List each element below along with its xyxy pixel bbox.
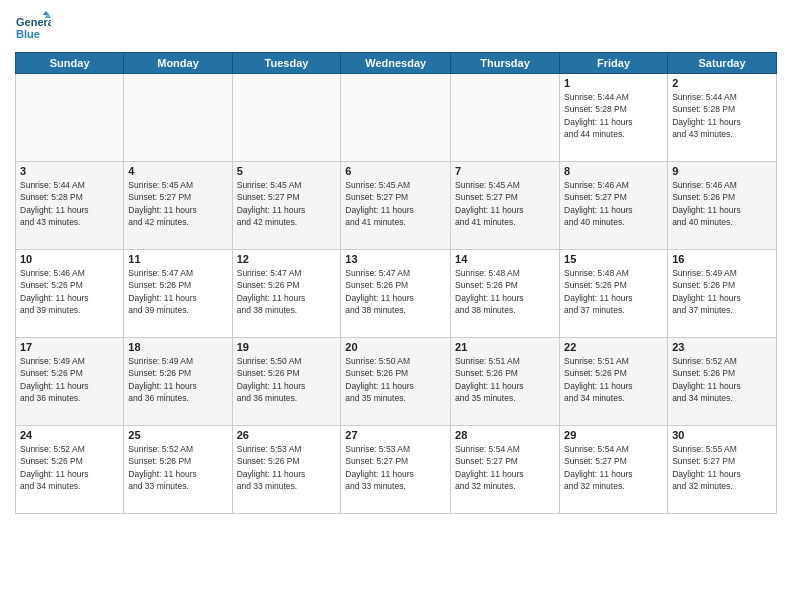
day-number-27: 27: [345, 429, 446, 441]
weekday-header-tuesday: Tuesday: [232, 53, 341, 74]
day-info-2: Sunrise: 5:44 AMSunset: 5:28 PMDaylight:…: [672, 91, 772, 140]
day-number-1: 1: [564, 77, 663, 89]
day-cell-17: 17Sunrise: 5:49 AMSunset: 5:26 PMDayligh…: [16, 338, 124, 426]
day-cell-empty: [341, 74, 451, 162]
day-cell-12: 12Sunrise: 5:47 AMSunset: 5:26 PMDayligh…: [232, 250, 341, 338]
day-number-6: 6: [345, 165, 446, 177]
day-number-10: 10: [20, 253, 119, 265]
weekday-header-friday: Friday: [560, 53, 668, 74]
logo-icon: General Blue: [15, 10, 51, 46]
day-info-6: Sunrise: 5:45 AMSunset: 5:27 PMDaylight:…: [345, 179, 446, 228]
day-info-29: Sunrise: 5:54 AMSunset: 5:27 PMDaylight:…: [564, 443, 663, 492]
day-number-18: 18: [128, 341, 227, 353]
day-cell-26: 26Sunrise: 5:53 AMSunset: 5:26 PMDayligh…: [232, 426, 341, 514]
day-cell-10: 10Sunrise: 5:46 AMSunset: 5:26 PMDayligh…: [16, 250, 124, 338]
day-number-7: 7: [455, 165, 555, 177]
day-number-17: 17: [20, 341, 119, 353]
day-number-4: 4: [128, 165, 227, 177]
weekday-header-wednesday: Wednesday: [341, 53, 451, 74]
day-info-3: Sunrise: 5:44 AMSunset: 5:28 PMDaylight:…: [20, 179, 119, 228]
day-cell-22: 22Sunrise: 5:51 AMSunset: 5:26 PMDayligh…: [560, 338, 668, 426]
week-row-3: 10Sunrise: 5:46 AMSunset: 5:26 PMDayligh…: [16, 250, 777, 338]
day-info-21: Sunrise: 5:51 AMSunset: 5:26 PMDaylight:…: [455, 355, 555, 404]
day-cell-3: 3Sunrise: 5:44 AMSunset: 5:28 PMDaylight…: [16, 162, 124, 250]
day-number-26: 26: [237, 429, 337, 441]
weekday-header-row: SundayMondayTuesdayWednesdayThursdayFrid…: [16, 53, 777, 74]
day-info-17: Sunrise: 5:49 AMSunset: 5:26 PMDaylight:…: [20, 355, 119, 404]
day-cell-23: 23Sunrise: 5:52 AMSunset: 5:26 PMDayligh…: [668, 338, 777, 426]
header: General Blue: [15, 10, 777, 46]
day-number-9: 9: [672, 165, 772, 177]
day-number-28: 28: [455, 429, 555, 441]
day-number-15: 15: [564, 253, 663, 265]
day-info-11: Sunrise: 5:47 AMSunset: 5:26 PMDaylight:…: [128, 267, 227, 316]
day-info-25: Sunrise: 5:52 AMSunset: 5:26 PMDaylight:…: [128, 443, 227, 492]
day-number-2: 2: [672, 77, 772, 89]
day-cell-8: 8Sunrise: 5:46 AMSunset: 5:27 PMDaylight…: [560, 162, 668, 250]
day-info-27: Sunrise: 5:53 AMSunset: 5:27 PMDaylight:…: [345, 443, 446, 492]
week-row-4: 17Sunrise: 5:49 AMSunset: 5:26 PMDayligh…: [16, 338, 777, 426]
day-cell-24: 24Sunrise: 5:52 AMSunset: 5:26 PMDayligh…: [16, 426, 124, 514]
day-cell-29: 29Sunrise: 5:54 AMSunset: 5:27 PMDayligh…: [560, 426, 668, 514]
day-number-5: 5: [237, 165, 337, 177]
day-cell-28: 28Sunrise: 5:54 AMSunset: 5:27 PMDayligh…: [451, 426, 560, 514]
day-number-12: 12: [237, 253, 337, 265]
day-number-29: 29: [564, 429, 663, 441]
day-number-11: 11: [128, 253, 227, 265]
day-info-26: Sunrise: 5:53 AMSunset: 5:26 PMDaylight:…: [237, 443, 337, 492]
day-cell-empty: [16, 74, 124, 162]
day-info-4: Sunrise: 5:45 AMSunset: 5:27 PMDaylight:…: [128, 179, 227, 228]
day-number-30: 30: [672, 429, 772, 441]
day-number-22: 22: [564, 341, 663, 353]
day-cell-empty: [124, 74, 232, 162]
logo: General Blue: [15, 10, 51, 46]
day-number-23: 23: [672, 341, 772, 353]
day-number-19: 19: [237, 341, 337, 353]
day-cell-20: 20Sunrise: 5:50 AMSunset: 5:26 PMDayligh…: [341, 338, 451, 426]
day-info-9: Sunrise: 5:46 AMSunset: 5:26 PMDaylight:…: [672, 179, 772, 228]
day-info-14: Sunrise: 5:48 AMSunset: 5:26 PMDaylight:…: [455, 267, 555, 316]
day-cell-14: 14Sunrise: 5:48 AMSunset: 5:26 PMDayligh…: [451, 250, 560, 338]
calendar: SundayMondayTuesdayWednesdayThursdayFrid…: [15, 52, 777, 514]
day-info-5: Sunrise: 5:45 AMSunset: 5:27 PMDaylight:…: [237, 179, 337, 228]
day-info-15: Sunrise: 5:48 AMSunset: 5:26 PMDaylight:…: [564, 267, 663, 316]
page: General Blue SundayMondayTuesdayWednesda…: [0, 0, 792, 612]
day-info-13: Sunrise: 5:47 AMSunset: 5:26 PMDaylight:…: [345, 267, 446, 316]
day-cell-4: 4Sunrise: 5:45 AMSunset: 5:27 PMDaylight…: [124, 162, 232, 250]
day-info-7: Sunrise: 5:45 AMSunset: 5:27 PMDaylight:…: [455, 179, 555, 228]
day-cell-1: 1Sunrise: 5:44 AMSunset: 5:28 PMDaylight…: [560, 74, 668, 162]
day-info-24: Sunrise: 5:52 AMSunset: 5:26 PMDaylight:…: [20, 443, 119, 492]
day-number-14: 14: [455, 253, 555, 265]
weekday-header-thursday: Thursday: [451, 53, 560, 74]
day-info-8: Sunrise: 5:46 AMSunset: 5:27 PMDaylight:…: [564, 179, 663, 228]
day-number-13: 13: [345, 253, 446, 265]
weekday-header-saturday: Saturday: [668, 53, 777, 74]
week-row-5: 24Sunrise: 5:52 AMSunset: 5:26 PMDayligh…: [16, 426, 777, 514]
day-info-1: Sunrise: 5:44 AMSunset: 5:28 PMDaylight:…: [564, 91, 663, 140]
day-info-16: Sunrise: 5:49 AMSunset: 5:26 PMDaylight:…: [672, 267, 772, 316]
day-number-25: 25: [128, 429, 227, 441]
day-number-20: 20: [345, 341, 446, 353]
day-cell-11: 11Sunrise: 5:47 AMSunset: 5:26 PMDayligh…: [124, 250, 232, 338]
day-info-19: Sunrise: 5:50 AMSunset: 5:26 PMDaylight:…: [237, 355, 337, 404]
weekday-header-sunday: Sunday: [16, 53, 124, 74]
day-cell-2: 2Sunrise: 5:44 AMSunset: 5:28 PMDaylight…: [668, 74, 777, 162]
day-cell-15: 15Sunrise: 5:48 AMSunset: 5:26 PMDayligh…: [560, 250, 668, 338]
week-row-2: 3Sunrise: 5:44 AMSunset: 5:28 PMDaylight…: [16, 162, 777, 250]
day-number-21: 21: [455, 341, 555, 353]
day-cell-13: 13Sunrise: 5:47 AMSunset: 5:26 PMDayligh…: [341, 250, 451, 338]
day-number-3: 3: [20, 165, 119, 177]
day-info-10: Sunrise: 5:46 AMSunset: 5:26 PMDaylight:…: [20, 267, 119, 316]
week-row-1: 1Sunrise: 5:44 AMSunset: 5:28 PMDaylight…: [16, 74, 777, 162]
day-info-22: Sunrise: 5:51 AMSunset: 5:26 PMDaylight:…: [564, 355, 663, 404]
svg-text:Blue: Blue: [16, 28, 40, 40]
day-number-8: 8: [564, 165, 663, 177]
day-info-30: Sunrise: 5:55 AMSunset: 5:27 PMDaylight:…: [672, 443, 772, 492]
day-cell-5: 5Sunrise: 5:45 AMSunset: 5:27 PMDaylight…: [232, 162, 341, 250]
day-cell-21: 21Sunrise: 5:51 AMSunset: 5:26 PMDayligh…: [451, 338, 560, 426]
day-cell-30: 30Sunrise: 5:55 AMSunset: 5:27 PMDayligh…: [668, 426, 777, 514]
day-info-23: Sunrise: 5:52 AMSunset: 5:26 PMDaylight:…: [672, 355, 772, 404]
day-info-28: Sunrise: 5:54 AMSunset: 5:27 PMDaylight:…: [455, 443, 555, 492]
day-number-24: 24: [20, 429, 119, 441]
day-cell-6: 6Sunrise: 5:45 AMSunset: 5:27 PMDaylight…: [341, 162, 451, 250]
